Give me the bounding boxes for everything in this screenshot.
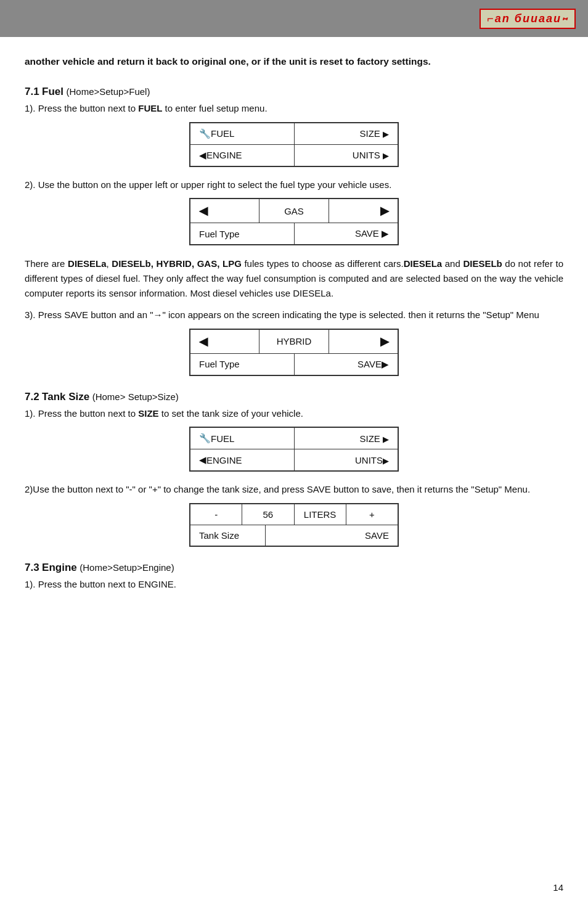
left-arrow: ◀ <box>199 204 208 218</box>
intro-text: another vehicle and return it back to or… <box>25 54 563 68</box>
section-7-3-heading: 7.3 Engine (Home>Setup>Engine) <box>25 562 563 574</box>
section-7-1-step3: 3). Press SAVE button and an "→" icon ap… <box>25 308 563 322</box>
tank-menu-cell-fuel: 🔧FUEL <box>190 428 295 449</box>
hybrid-arrow-left: ◀ <box>190 330 259 353</box>
fuel-menu-row-2: ◀ENGINE UNITS <box>190 145 398 166</box>
section-7-1-path: (Home>Setup>Fuel) <box>67 86 150 97</box>
fuel-type-row-1: ◀ GAS ▶ <box>190 199 398 223</box>
hybrid-row-2: Fuel Type SAVE▶ <box>190 354 398 375</box>
tank-size-number: 56 <box>263 509 274 520</box>
fuel-type-value: GAS <box>259 199 329 223</box>
section-7-1: 7.1 Fuel (Home>Setup>Fuel) 1). Press the… <box>25 86 563 376</box>
tank-size-box: - 56 LITERS + Tank Size SAVE <box>189 503 399 547</box>
tank-size-row-2: Tank Size SAVE <box>190 525 398 546</box>
tank-engine-arrow: ◀ <box>199 454 206 465</box>
header-bar: ⌐an бuuааuꟷ <box>0 0 588 37</box>
tank-menu-box: 🔧FUEL SIZE ◀ENGINE UNITS <box>189 427 399 472</box>
tank-save-cell: SAVE <box>266 525 398 546</box>
save-label: SAVE ▶ <box>355 228 389 239</box>
tank-engine-label: ENGINE <box>206 455 242 465</box>
page-number: 14 <box>553 882 563 893</box>
hybrid-fuel-type-label: Fuel Type <box>190 354 295 375</box>
fuel-type-label: Fuel Type <box>190 223 295 244</box>
header-logo: ⌐an бuuааuꟷ <box>480 9 576 29</box>
section-7-3-step1: 1). Press the button next to ENGINE. <box>25 578 563 592</box>
size-arrow <box>383 128 389 139</box>
tank-size-label: SIZE <box>359 433 380 444</box>
section-7-1-num: 7.1 <box>25 86 39 97</box>
tank-units-arrow <box>383 455 389 465</box>
section-7-2-num: 7.2 <box>25 391 39 403</box>
fuel-type-save: SAVE ▶ <box>295 223 398 244</box>
hybrid-arrow-right: ▶ <box>329 330 398 353</box>
section-7-2-path: (Home> Setup>Size) <box>92 391 179 402</box>
diesel-b-bold-2: DIESELb <box>463 258 502 269</box>
hybrid-box: ◀ HYBRID ▶ Fuel Type SAVE▶ <box>189 329 399 376</box>
fuel-menu-cell-engine: ◀ENGINE <box>190 145 295 166</box>
hybrid-save: SAVE▶ <box>295 354 398 375</box>
hybrid-fuel-type-text: Fuel Type <box>199 359 240 369</box>
fuel-type-gas: GAS <box>284 206 304 216</box>
section-7-2-step1: 1). Press the button next to SIZE to set… <box>25 407 563 421</box>
tank-menu-row-2: ◀ENGINE UNITS <box>190 449 398 470</box>
tank-size-text: Tank Size <box>199 530 239 541</box>
section-7-2-step2: 2)Use the button next to "-" or "+" to c… <box>25 483 563 497</box>
fuel-menu-cell-fuel: 🔧FUEL <box>190 123 295 144</box>
fuel-type-arrow-right: ▶ <box>329 199 398 223</box>
tank-units-label: UNITS <box>355 455 383 465</box>
tank-menu-cell-units: UNITS <box>295 449 398 470</box>
hybrid-right-arrow: ▶ <box>380 335 389 348</box>
fuel-label: FUEL <box>211 128 234 139</box>
hybrid-row-1: ◀ HYBRID ▶ <box>190 330 398 354</box>
size-label: SIZE <box>359 128 380 139</box>
section-7-1-heading: 7.1 Fuel (Home>Setup>Fuel) <box>25 86 563 98</box>
fuel-type-box: ◀ GAS ▶ Fuel Type SAVE ▶ <box>189 198 399 245</box>
tank-size-label-cell: Tank Size <box>190 525 266 546</box>
section-7-2: 7.2 Tank Size (Home> Setup>Size) 1). Pre… <box>25 391 563 547</box>
tank-plus-btn: + <box>346 504 398 525</box>
engine-arrow-left: ◀ <box>199 150 206 161</box>
tank-size-unit: LITERS <box>295 504 346 525</box>
fuel-type-row-2: Fuel Type SAVE ▶ <box>190 223 398 244</box>
fuel-menu-row-1: 🔧FUEL SIZE <box>190 123 398 145</box>
section-7-3: 7.3 Engine (Home>Setup>Engine) 1). Press… <box>25 562 563 592</box>
tank-save-label: SAVE <box>365 530 389 541</box>
hybrid-value: HYBRID <box>259 330 329 353</box>
engine-label: ENGINE <box>206 150 242 160</box>
tank-menu-cell-size: SIZE <box>295 428 398 449</box>
tank-menu-cell-engine: ◀ENGINE <box>190 449 295 470</box>
fuel-menu-cell-units: UNITS <box>295 145 398 166</box>
fuel-type-text: Fuel Type <box>199 229 240 239</box>
right-arrow: ▶ <box>380 204 389 218</box>
section-7-3-num: 7.3 <box>25 562 39 573</box>
fuel-type-arrow-left: ◀ <box>190 199 259 223</box>
hybrid-label: HYBRID <box>277 336 312 346</box>
units-label: UNITS <box>353 150 380 160</box>
fuel-menu-cell-size: SIZE <box>295 123 398 144</box>
section-7-1-step1: 1). Press the button next to FUEL to ent… <box>25 102 563 116</box>
hybrid-left-arrow: ◀ <box>199 335 208 348</box>
tank-size-arrow <box>383 433 389 444</box>
tank-fuel-icon: 🔧 <box>199 433 211 444</box>
tank-minus-btn: - <box>190 504 242 525</box>
tank-menu-row-1: 🔧FUEL SIZE <box>190 428 398 449</box>
units-arrow <box>383 150 389 160</box>
section-7-1-para1: There are DIESELa, DIESELb, HYBRID, GAS,… <box>25 256 563 301</box>
section-7-2-title: Tank Size <box>42 391 89 403</box>
diesel-a-bold: DIESELa <box>68 258 107 269</box>
section-7-3-path: (Home>Setup>Engine) <box>80 562 174 573</box>
tank-size-value: 56 <box>242 504 294 525</box>
fuel-menu-box-1: 🔧FUEL SIZE ◀ENGINE UNITS <box>189 122 399 167</box>
tank-minus-symbol: - <box>214 509 218 520</box>
fuel-icon: 🔧 <box>199 128 211 139</box>
section-7-2-heading: 7.2 Tank Size (Home> Setup>Size) <box>25 391 563 403</box>
tank-fuel-label: FUEL <box>211 433 234 444</box>
tank-plus-symbol: + <box>369 509 375 520</box>
diesel-a-bold-2: DIESELa <box>404 258 443 269</box>
diesel-b-bold: DIESELb, HYBRID, GAS, LPG <box>112 258 241 269</box>
tank-size-row-1: - 56 LITERS + <box>190 504 398 525</box>
section-7-3-title: Engine <box>42 562 77 573</box>
hybrid-save-label: SAVE▶ <box>357 359 389 370</box>
tank-liters-label: LITERS <box>304 509 337 520</box>
section-7-1-step2: 2). Use the button on the upper left or … <box>25 178 563 192</box>
